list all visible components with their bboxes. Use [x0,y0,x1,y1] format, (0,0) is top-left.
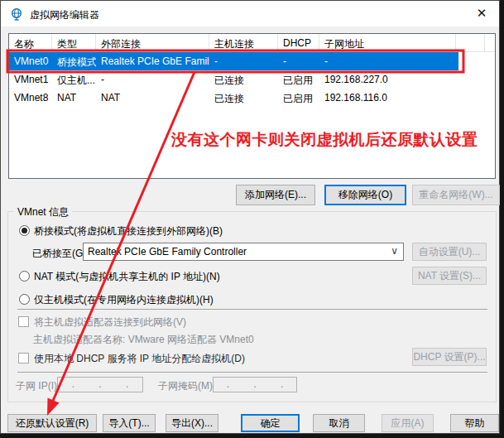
window-title: 虚拟网络编辑器 [30,8,99,22]
table-row-vmnet0[interactable]: VMnet0 桥接模式 Realtek PCIe GbE Family Co..… [9,52,458,70]
nat-settings-button: NAT 设置(S)... [412,267,487,285]
import-button[interactable]: 导入(T)... [103,414,156,432]
virtual-network-editor-window: 虚拟网络编辑器 ✕ 名称 类型 外部连接 主机连接 DHCP 子网地址 VMne… [0,0,500,434]
ok-button[interactable]: 确定 [241,414,300,432]
cell-subnet: 192.168.227.0 [319,70,456,89]
cell-type: 仅主机... [52,70,96,89]
connect-adapter-label: 将主机虚拟适配器连接到此网络(V) [34,315,186,330]
column-header-spacer [456,34,485,51]
column-header-external[interactable]: 外部连接 [96,34,209,51]
connect-adapter-checkbox [18,316,29,327]
restore-defaults-button[interactable]: 还原默认设置(R) [7,414,97,432]
cell-subnet: - [319,52,456,70]
cell-name: VMnet0 [9,52,52,70]
subnet-ip-label: 子网 IP(I): [16,379,60,393]
hostonly-mode-label[interactable]: 仅主机模式(在专用网络内连接虚拟机)(H) [34,293,214,307]
table-row-vmnet8[interactable]: VMnet8 NAT NAT 已连接 已启用 192.168.116.0 [9,89,495,107]
subnet-ip-field: . . . [57,377,143,392]
cell-name: VMnet8 [9,89,52,107]
divider [17,309,487,310]
column-header-name[interactable]: 名称 [9,34,52,51]
cell-subnet: 192.168.116.0 [319,89,456,107]
divider [17,372,487,373]
rename-network-button: 重命名网络(W)... [412,185,500,205]
bridged-mode-radio[interactable] [19,225,30,236]
column-header-spacer [485,34,495,51]
column-header-type[interactable]: 类型 [52,34,96,51]
network-list: 名称 类型 外部连接 主机连接 DHCP 子网地址 VMnet0 桥接模式 Re… [8,33,496,179]
column-header-subnet[interactable]: 子网地址 [319,34,456,51]
remove-network-button[interactable]: 移除网络(O) [324,185,406,205]
hostonly-mode-radio[interactable] [19,294,30,305]
adapter-name-text: 主机虚拟适配器名称: VMware 网络适配器 VMnet0 [33,333,254,347]
subnet-mask-field: . . . [213,377,297,392]
bridged-to-label: 已桥接至(G): [32,247,89,261]
annotation-note: 没有这个网卡则关闭虚拟机后还原默认设置 [171,129,478,151]
local-dhcp-checkbox [18,353,29,363]
cell-type: NAT [52,89,96,107]
cell-external: NAT [96,89,209,107]
nat-mode-radio[interactable] [19,271,30,282]
cell-host: - [209,52,278,70]
cell-external: - [96,70,209,89]
bridged-to-value: Realtek PCIe GbE Family Controller [88,246,247,258]
screen: 虚拟网络编辑器 ✕ 名称 类型 外部连接 主机连接 DHCP 子网地址 VMne… [0,0,504,438]
nat-mode-label[interactable]: NAT 模式(与虚拟机共享主机的 IP 地址)(N) [34,270,220,284]
cell-host: 已连接 [209,70,278,89]
close-icon[interactable]: ✕ [469,2,494,24]
cell-dhcp: - [278,52,319,70]
column-header-dhcp[interactable]: DHCP [278,34,319,51]
cell-dhcp: 已启用 [278,70,319,89]
column-header-host[interactable]: 主机连接 [209,34,278,51]
cell-type: 桥接模式 [52,52,96,70]
add-network-button[interactable]: 添加网络(E)... [236,185,315,205]
auto-settings-button: 自动设置(U)... [412,243,487,261]
apply-button: 应用(A) [382,414,434,432]
table-row-vmnet1[interactable]: VMnet1 仅主机... - 已连接 已启用 192.168.227.0 [9,70,495,89]
cell-name: VMnet1 [9,70,52,89]
subnet-mask-label: 子网掩码(M): [158,379,215,393]
title-bar: 虚拟网络编辑器 ✕ [1,1,499,26]
cell-external: Realtek PCIe GbE Family Co... [96,52,209,70]
vmnet-info-group-label: VMnet 信息 [14,205,72,219]
help-button[interactable]: 帮助 [450,414,499,432]
network-list-header: 名称 类型 外部连接 主机连接 DHCP 子网地址 [9,34,495,52]
local-dhcp-label: 使用本地 DHCP 服务将 IP 地址分配给虚拟机(D) [34,352,245,366]
bridged-mode-label[interactable]: 桥接模式(将虚拟机直接连接到外部网络)(B) [34,224,223,238]
globe-network-icon [10,7,23,21]
export-button[interactable]: 导出(X)... [166,414,218,432]
cancel-button[interactable]: 取消 [313,414,365,432]
bridged-to-select[interactable]: Realtek PCIe GbE Family Controller ∨ [83,243,404,261]
cell-host: 已连接 [209,89,278,107]
cell-dhcp: 已启用 [278,89,319,107]
dhcp-settings-button: DHCP 设置(P)... [412,348,487,366]
chevron-down-icon: ∨ [391,245,398,257]
